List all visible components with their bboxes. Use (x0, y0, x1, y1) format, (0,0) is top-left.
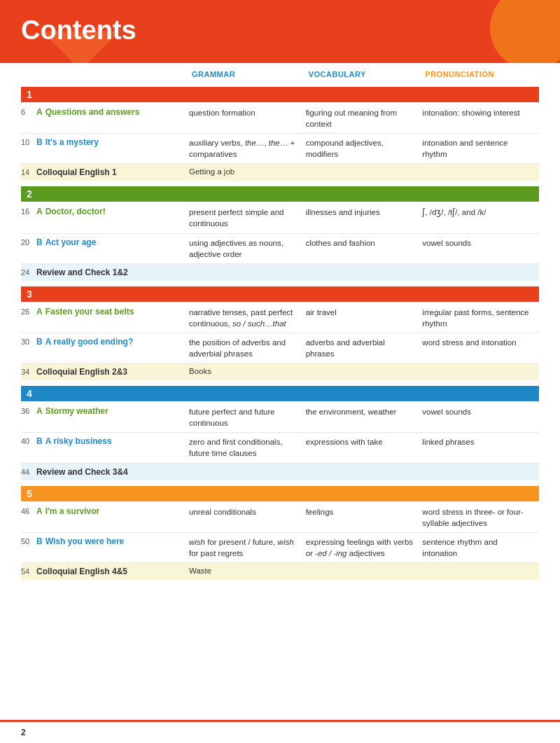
lesson-4b-title-cell: 40 B A risky business (21, 436, 189, 446)
unit-1-vocab-fill (306, 87, 423, 102)
lesson-1a-pronunciation: intonation: showing interest (422, 107, 539, 118)
lesson-3a-title: Fasten your seat belts (46, 307, 134, 317)
page-header: Contents (0, 0, 560, 63)
unit-5-number: 5 (21, 486, 189, 501)
special-4-label: Review and Check 3&4 (36, 467, 128, 477)
unit-2-grammar-fill (189, 186, 306, 202)
special-3-empty1 (306, 367, 423, 377)
lesson-2a-pronunciation: ʃ, /dʒ/, /tʃ/, and /k/ (422, 207, 539, 218)
lesson-3a-vocabulary: air travel (306, 307, 423, 318)
lesson-3b-title: A really good ending? (46, 337, 134, 347)
lesson-4b-title: A risky business (46, 436, 112, 446)
lesson-1b-page: 10 (21, 138, 34, 146)
lesson-5b-title: Wish you were here (46, 536, 125, 546)
lesson-3a-page: 26 (21, 307, 34, 316)
vocabulary-column-header: VOCABULARY (306, 70, 423, 78)
lesson-row: 10 B It's a mystery auxiliary verbs, the… (21, 134, 539, 164)
unit-2-header: 2 (21, 186, 539, 202)
lesson-4a-title-cell: 36 A Stormy weather (21, 406, 189, 416)
special-row-5: 54 Colloquial English 4&5 Waste (21, 563, 539, 580)
lesson-5a-pronunciation: word stress in three- or four-syllable a… (422, 506, 539, 529)
lesson-4b-page: 40 (21, 437, 34, 445)
unit-4-section: 4 36 A Stormy weather future perfect and… (21, 386, 539, 480)
footer-page-number: 2 (21, 728, 26, 737)
lesson-4a-pronunciation: vowel sounds (422, 406, 539, 417)
lesson-4b-vocabulary: expressions with take (306, 436, 423, 447)
special-5-content: Waste (189, 567, 306, 576)
unit-3-grammar-fill (189, 286, 306, 302)
unit-3-section: 3 26 A Fasten your seat belts narrative … (21, 286, 539, 380)
lesson-5b-pronunciation: sentence rhythm and intonation (422, 536, 539, 559)
lesson-4a-page: 36 (21, 407, 34, 415)
lesson-row: 16 A Doctor, doctor! present perfect sim… (21, 203, 539, 233)
unit-2-pron-fill (422, 186, 539, 202)
lesson-1a-letter: A (36, 107, 43, 117)
lesson-4a-title: Stormy weather (46, 406, 108, 416)
lesson-5a-letter: A (36, 506, 43, 516)
lesson-1b-vocabulary: compound adjectives, modifiers (306, 137, 423, 160)
special-row-3: 34 Colloquial English 2&3 Books (21, 363, 539, 380)
lesson-3a-grammar: narrative tenses, past perfect continuou… (189, 307, 306, 329)
lesson-3b-page: 30 (21, 338, 34, 346)
main-content: 1 6 A Questions and answers question for… (0, 87, 560, 599)
lesson-3b-grammar: the position of adverbs and adverbial ph… (189, 337, 306, 359)
lesson-1b-title: It's a mystery (46, 137, 99, 147)
lesson-1a-grammar: question formation (189, 107, 306, 118)
lesson-5a-grammar: unreal conditionals (189, 506, 306, 518)
lesson-2a-page: 16 (21, 207, 34, 216)
lesson-5a-title-cell: 46 A I'm a survivor (21, 506, 189, 516)
unit-3-vocab-fill (306, 286, 423, 302)
lesson-1a-title-cell: 6 A Questions and answers (21, 107, 189, 117)
lesson-1b-letter: B (36, 137, 43, 147)
lesson-1a-title: Questions and answers (46, 107, 140, 117)
lesson-2a-vocabulary: illnesses and injuries (306, 207, 423, 218)
unit-3-pron-fill (422, 286, 539, 302)
special-row-2: 24 Review and Check 1&2 (21, 264, 539, 281)
page-footer: 2 (0, 720, 560, 743)
lesson-1b-title-cell: 10 B It's a mystery (21, 137, 189, 147)
special-3-content: Books (189, 367, 306, 377)
lesson-3b-vocabulary: adverbs and adverbial phrases (306, 337, 423, 359)
lesson-5b-vocabulary: expressing feelings with verbs or -ed / … (306, 536, 423, 559)
lesson-2b-page: 20 (21, 238, 34, 246)
unit-3-header: 3 (21, 286, 539, 302)
lesson-row: 30 B A really good ending? the position … (21, 333, 539, 363)
lesson-5b-grammar: wish for present / future, wish for past… (189, 536, 306, 559)
unit-4-number: 4 (21, 386, 189, 401)
special-2-content (189, 268, 306, 277)
unit-5-section: 5 46 A I'm a survivor unreal conditional… (21, 486, 539, 580)
lesson-4a-letter: A (36, 406, 43, 416)
special-2-empty1 (306, 268, 423, 277)
lesson-row: 6 A Questions and answers question forma… (21, 104, 539, 134)
unit-4-pron-fill (422, 386, 539, 401)
special-4-empty2 (422, 467, 539, 477)
lesson-3b-title-cell: 30 B A really good ending? (21, 337, 189, 347)
lesson-3b-letter: B (36, 337, 43, 347)
lesson-row: 26 A Fasten your seat belts narrative te… (21, 303, 539, 333)
unit-4-header: 4 (21, 386, 539, 401)
unit-2-number: 2 (21, 186, 189, 202)
pronunciation-column-header: PRONUNCIATION (422, 70, 539, 78)
lesson-3b-pronunciation: word stress and intonation (422, 337, 539, 348)
special-5-label: Colloquial English 4&5 (36, 567, 127, 576)
special-2-empty2 (422, 268, 539, 277)
lesson-2b-letter: B (36, 237, 43, 247)
lesson-2b-vocabulary: clothes and fashion (306, 237, 423, 249)
unit-1-grammar-fill (189, 87, 306, 102)
lesson-4a-vocabulary: the environment, weather (306, 406, 423, 417)
lesson-3a-title-cell: 26 A Fasten your seat belts (21, 307, 189, 317)
special-3-page: 34 (21, 368, 34, 376)
lesson-2b-pronunciation: vowel sounds (422, 237, 539, 249)
page-title: Contents (0, 0, 560, 46)
lesson-2b-grammar: using adjectives as nouns, adjective ord… (189, 237, 306, 260)
unit-1-section: 1 6 A Questions and answers question for… (21, 87, 539, 181)
lesson-4b-pronunciation: linked phrases (422, 436, 539, 447)
unit-5-pron-fill (422, 486, 539, 501)
lesson-2a-title: Doctor, doctor! (46, 207, 106, 216)
special-1-page: 14 (21, 168, 34, 176)
special-row-1: 14 Colloquial English 1 Getting a job (21, 164, 539, 181)
lesson-1b-pronunciation: intonation and sentence rhythm (422, 137, 539, 160)
special-1-empty1 (306, 167, 423, 177)
special-4-content (189, 467, 306, 477)
lesson-row: 46 A I'm a survivor unreal conditionals … (21, 503, 539, 533)
